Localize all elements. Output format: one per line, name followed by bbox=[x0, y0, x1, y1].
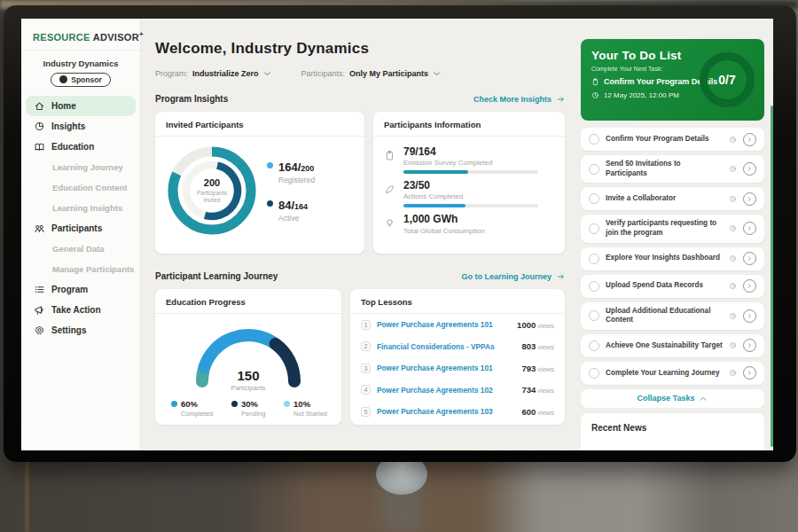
stat-actions-completed: 23/50 Actions Completed bbox=[384, 180, 554, 207]
section-title-learning-journey: Participant Learning Journey bbox=[155, 271, 278, 281]
clock-icon bbox=[729, 341, 737, 349]
task-label: Invite a Collaborator bbox=[606, 190, 723, 208]
sponsor-badge-label: Sponsor bbox=[71, 75, 101, 84]
legend-item-registered: 164/200 Registered bbox=[267, 159, 315, 184]
task-label: Verify participants requesting to join t… bbox=[606, 215, 723, 242]
sidebar-item-take-action[interactable]: Take Action bbox=[21, 300, 140, 320]
sidebar-item-general-data[interactable]: General Data bbox=[21, 239, 140, 259]
lesson-link[interactable]: Power Purchase Agreements 101 bbox=[377, 364, 515, 372]
sidebar-item-label: Learning Insights bbox=[52, 203, 122, 213]
sponsor-icon bbox=[59, 75, 67, 83]
task-open-button[interactable] bbox=[743, 366, 756, 379]
legend-item-pending: 30%Pending bbox=[231, 399, 266, 418]
task-checkbox[interactable] bbox=[589, 223, 599, 234]
task-row[interactable]: Verify participants requesting to join t… bbox=[581, 215, 764, 242]
go-to-learning-journey-link[interactable]: Go to Learning Journey bbox=[461, 272, 567, 281]
task-checkbox[interactable] bbox=[589, 254, 599, 264]
task-row[interactable]: Upload Additional Educational Content bbox=[581, 302, 764, 330]
participants-icon bbox=[34, 223, 45, 234]
lesson-link[interactable]: Power Purchase Agreements 103 bbox=[377, 407, 515, 416]
lesson-link[interactable]: Financial Considerations - VPPAs bbox=[377, 342, 515, 351]
participants-select-label: Participants: bbox=[301, 69, 346, 78]
task-checkbox[interactable] bbox=[589, 310, 599, 321]
program-select-label: Program: bbox=[155, 69, 188, 78]
sidebar-item-settings[interactable]: Settings bbox=[21, 320, 140, 340]
chevron-right-icon bbox=[747, 313, 753, 319]
invited-donut-chart: 200 Participants Invited bbox=[162, 141, 262, 240]
sidebar-item-learning-journey[interactable]: Learning Journey bbox=[21, 157, 140, 177]
recent-news-card: Recent News bbox=[581, 413, 764, 450]
lesson-views: 600 bbox=[521, 407, 536, 417]
lesson-row: 3 Power Purchase Agreements 101 793views bbox=[350, 357, 565, 379]
clock-icon bbox=[591, 91, 599, 99]
progress-bar bbox=[403, 170, 538, 174]
lesson-views: 1000 bbox=[517, 320, 536, 330]
legend-dot bbox=[231, 401, 238, 407]
sidebar-item-education[interactable]: Education bbox=[21, 137, 140, 157]
invited-legend: 164/200 Registered 84/164 Active bbox=[267, 159, 315, 223]
task-open-button[interactable] bbox=[743, 133, 756, 146]
task-label: Send 50 Invitations to Participants bbox=[606, 155, 723, 183]
task-checkbox[interactable] bbox=[589, 164, 599, 175]
lesson-rank: 4 bbox=[361, 385, 371, 395]
home-icon bbox=[34, 100, 45, 112]
task-open-button[interactable] bbox=[743, 279, 756, 293]
views-suffix: views bbox=[537, 343, 554, 351]
task-checkbox[interactable] bbox=[589, 281, 599, 292]
lesson-rank: 3 bbox=[361, 364, 371, 373]
chevron-right-icon bbox=[747, 196, 753, 202]
task-label: Achieve One Sustainability Target bbox=[606, 337, 723, 356]
legend-label: Completed bbox=[181, 410, 213, 418]
task-checkbox[interactable] bbox=[589, 340, 599, 351]
lesson-link[interactable]: Power Purchase Agreements 101 bbox=[377, 320, 511, 329]
lesson-rank: 2 bbox=[361, 341, 371, 351]
lesson-link[interactable]: Power Purchase Agreements 102 bbox=[377, 386, 515, 395]
clock-icon bbox=[729, 195, 737, 203]
education-icon bbox=[34, 141, 45, 153]
task-checkbox[interactable] bbox=[589, 368, 599, 379]
sidebar-item-learning-insights[interactable]: Learning Insights bbox=[21, 198, 140, 218]
top-lessons-card: Top Lessons 1 Power Purchase Agreements … bbox=[350, 289, 565, 425]
sidebar-item-label: Take Action bbox=[51, 305, 101, 315]
take-action-icon bbox=[34, 304, 45, 316]
legend-dot bbox=[171, 401, 177, 407]
participants-select[interactable]: Participants: Only My Participants bbox=[301, 69, 442, 78]
task-open-button[interactable] bbox=[743, 309, 756, 323]
task-open-button[interactable] bbox=[743, 162, 756, 176]
task-checkbox[interactable] bbox=[589, 193, 599, 204]
task-open-button[interactable] bbox=[743, 222, 756, 235]
legend-label: Registered bbox=[278, 176, 315, 184]
task-row[interactable]: Invite a Collaborator bbox=[581, 187, 764, 210]
task-checkbox[interactable] bbox=[589, 134, 599, 145]
lightbulb-icon bbox=[384, 217, 395, 229]
sidebar-item-home[interactable]: Home bbox=[26, 96, 136, 116]
sidebar-item-label: Settings bbox=[51, 325, 86, 335]
legend-item-completed: 60%Completed bbox=[171, 399, 213, 418]
check-more-insights-link[interactable]: Check More Insights bbox=[473, 95, 567, 104]
sidebar-item-program[interactable]: Program bbox=[21, 279, 140, 300]
program-select[interactable]: Program: Industrialize Zero bbox=[155, 69, 271, 78]
task-row[interactable]: Confirm Your Program Details bbox=[581, 128, 764, 151]
task-open-button[interactable] bbox=[743, 252, 756, 265]
lesson-row: 2 Financial Considerations - VPPAs 803vi… bbox=[350, 336, 565, 358]
collapse-tasks-link[interactable]: Collapse Tasks bbox=[581, 389, 764, 408]
sidebar-item-education-content[interactable]: Education Content bbox=[21, 177, 140, 198]
sidebar-item-label: Home bbox=[51, 101, 76, 111]
sidebar-item-participants[interactable]: Participants bbox=[21, 218, 140, 239]
task-row[interactable]: Send 50 Invitations to Participants bbox=[581, 155, 764, 183]
monitor-bezel: RESOURCE ADVISOR+ Industry Dynamics Spon… bbox=[4, 5, 796, 462]
task-open-button[interactable] bbox=[743, 339, 756, 352]
task-row[interactable]: Explore Your Insights Dashboard bbox=[581, 247, 764, 270]
chevron-right-icon bbox=[747, 225, 753, 231]
task-row[interactable]: Upload Spend Data Records bbox=[581, 275, 764, 298]
task-row[interactable]: Complete Your Learning Journey bbox=[581, 362, 764, 385]
sponsor-badge[interactable]: Sponsor bbox=[51, 73, 110, 87]
screen-scrollbar-accent[interactable] bbox=[771, 106, 773, 447]
sidebar-item-insights[interactable]: Insights bbox=[21, 116, 140, 137]
task-row[interactable]: Achieve One Sustainability Target bbox=[581, 334, 764, 357]
task-open-button[interactable] bbox=[743, 192, 756, 206]
lesson-views: 803 bbox=[521, 341, 536, 351]
sidebar-item-label: Education bbox=[51, 142, 94, 152]
sidebar-item-manage-participants[interactable]: Manage Participants bbox=[21, 259, 140, 279]
legend-label: Active bbox=[278, 214, 308, 223]
